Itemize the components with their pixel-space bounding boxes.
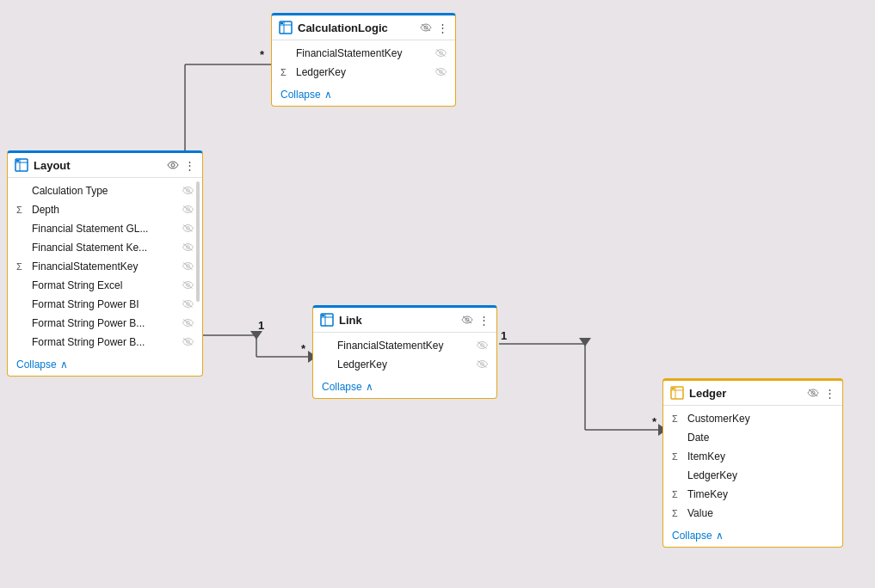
ledger-header: Ledger ⋮ xyxy=(663,381,842,406)
field-eye-icon xyxy=(182,224,194,234)
field-row: Σ LedgerKey xyxy=(272,63,455,82)
field-name: Date xyxy=(687,432,834,444)
more-icon[interactable]: ⋮ xyxy=(478,314,490,327)
calculation-logic-title: CalculationLogic xyxy=(298,21,415,34)
link-collapse[interactable]: Collapse ∧ xyxy=(313,377,496,398)
field-prefix: Σ xyxy=(16,261,28,272)
field-eye-icon xyxy=(477,340,488,351)
field-prefix: Σ xyxy=(672,413,684,424)
header-icons: ⋮ xyxy=(461,314,490,327)
field-row: Σ FinancialStatementKey xyxy=(8,257,202,276)
svg-rect-68 xyxy=(672,388,675,389)
field-row: Financial Statement GL... xyxy=(8,219,202,238)
table-icon xyxy=(670,386,684,400)
ledger-body: Σ CustomerKey Date Σ ItemKey LedgerKey Σ… xyxy=(663,406,842,526)
header-icons: ⋮ xyxy=(167,159,195,172)
eye-off-icon[interactable] xyxy=(461,314,473,327)
field-eye-icon xyxy=(182,205,194,215)
field-row: Σ Value xyxy=(663,504,842,523)
field-eye-icon xyxy=(435,67,447,77)
layout-card: Layout ⋮ Calculation Type Σ Depth Financ… xyxy=(7,150,203,377)
field-row: Calculation Type xyxy=(8,181,202,200)
field-row: FinancialStatementKey xyxy=(313,336,496,355)
field-name: Financial Statement GL... xyxy=(32,223,179,235)
field-row: Format String Power BI xyxy=(8,295,202,314)
field-name: Financial Statement Ke... xyxy=(32,242,179,254)
layout-body: Calculation Type Σ Depth Financial State… xyxy=(8,178,202,355)
calculation-logic-header: CalculationLogic ⋮ xyxy=(272,15,455,40)
field-eye-icon xyxy=(435,48,447,58)
field-eye-icon xyxy=(182,299,194,309)
field-name: FinancialStatementKey xyxy=(32,260,179,273)
field-name: Format String Power BI xyxy=(32,298,179,310)
field-row: LedgerKey xyxy=(313,355,496,374)
field-prefix: Σ xyxy=(672,451,684,462)
field-name: Format String Power B... xyxy=(32,317,179,329)
field-row: Σ ItemKey xyxy=(663,447,842,466)
scrollbar[interactable] xyxy=(196,181,200,302)
svg-rect-25 xyxy=(280,22,283,24)
link-title: Link xyxy=(339,314,456,327)
svg-text:1: 1 xyxy=(258,319,264,332)
ledger-title: Ledger xyxy=(689,387,802,400)
field-eye-icon xyxy=(182,318,194,328)
field-row: Format String Excel xyxy=(8,276,202,295)
field-prefix: Σ xyxy=(280,67,293,77)
field-row: Σ CustomerKey xyxy=(663,409,842,428)
more-icon[interactable]: ⋮ xyxy=(437,21,448,34)
header-icons: ⋮ xyxy=(420,21,448,34)
more-icon[interactable]: ⋮ xyxy=(824,387,835,400)
svg-point-36 xyxy=(171,163,175,167)
eye-off-icon[interactable] xyxy=(420,21,432,34)
svg-text:1: 1 xyxy=(501,329,507,342)
field-row: Financial Statement Ke... xyxy=(8,238,202,257)
field-row: FinancialStatementKey xyxy=(272,44,455,63)
svg-text:*: * xyxy=(260,48,265,61)
svg-rect-35 xyxy=(16,160,19,162)
field-name: FinancialStatementKey xyxy=(337,340,473,352)
svg-text:*: * xyxy=(652,415,657,428)
svg-rect-58 xyxy=(322,315,324,316)
field-name: Depth xyxy=(32,204,179,216)
field-row: LedgerKey xyxy=(663,466,842,485)
field-row: Σ Depth xyxy=(8,200,202,219)
ledger-card: Ledger ⋮ Σ CustomerKey Date Σ ItemKey Le… xyxy=(662,378,843,548)
svg-marker-12 xyxy=(250,331,262,340)
field-eye-icon xyxy=(477,359,488,370)
layout-title: Layout xyxy=(34,159,162,172)
layout-collapse[interactable]: Collapse ∧ xyxy=(8,355,202,376)
svg-marker-19 xyxy=(579,338,591,346)
field-name: Value xyxy=(687,507,834,519)
field-name: LedgerKey xyxy=(296,66,432,78)
field-row: Format String Power B... xyxy=(8,314,202,333)
link-card: Link ⋮ FinancialStatementKey LedgerKey C… xyxy=(312,305,497,399)
ledger-collapse[interactable]: Collapse ∧ xyxy=(663,526,842,547)
eye-off-icon[interactable] xyxy=(807,387,819,400)
table-icon xyxy=(320,313,334,327)
field-eye-icon xyxy=(182,186,194,196)
field-name: Format String Excel xyxy=(32,279,179,291)
field-name: TimeKey xyxy=(687,488,834,500)
field-name: Calculation Type xyxy=(32,185,179,197)
field-name: ItemKey xyxy=(687,450,834,462)
field-prefix: Σ xyxy=(672,489,684,499)
more-icon[interactable]: ⋮ xyxy=(184,159,195,172)
calculation-logic-collapse[interactable]: Collapse ∧ xyxy=(272,85,455,106)
field-row: Σ TimeKey xyxy=(663,485,842,504)
calculation-logic-card: CalculationLogic ⋮ FinancialStatementKey… xyxy=(271,13,456,107)
calculation-logic-body: FinancialStatementKey Σ LedgerKey xyxy=(272,40,455,85)
field-eye-icon xyxy=(182,337,194,347)
link-header: Link ⋮ xyxy=(313,308,496,333)
field-prefix: Σ xyxy=(16,205,28,215)
field-eye-icon xyxy=(182,280,194,291)
field-row: Date xyxy=(663,428,842,447)
table-icon xyxy=(279,21,293,34)
table-icon xyxy=(15,158,28,172)
field-row: Format String Power B... xyxy=(8,333,202,352)
field-name: Format String Power B... xyxy=(32,336,179,348)
eye-icon[interactable] xyxy=(167,159,179,172)
field-name: LedgerKey xyxy=(337,358,473,371)
field-eye-icon xyxy=(182,261,194,272)
field-name: CustomerKey xyxy=(687,413,834,425)
svg-text:*: * xyxy=(301,342,306,355)
